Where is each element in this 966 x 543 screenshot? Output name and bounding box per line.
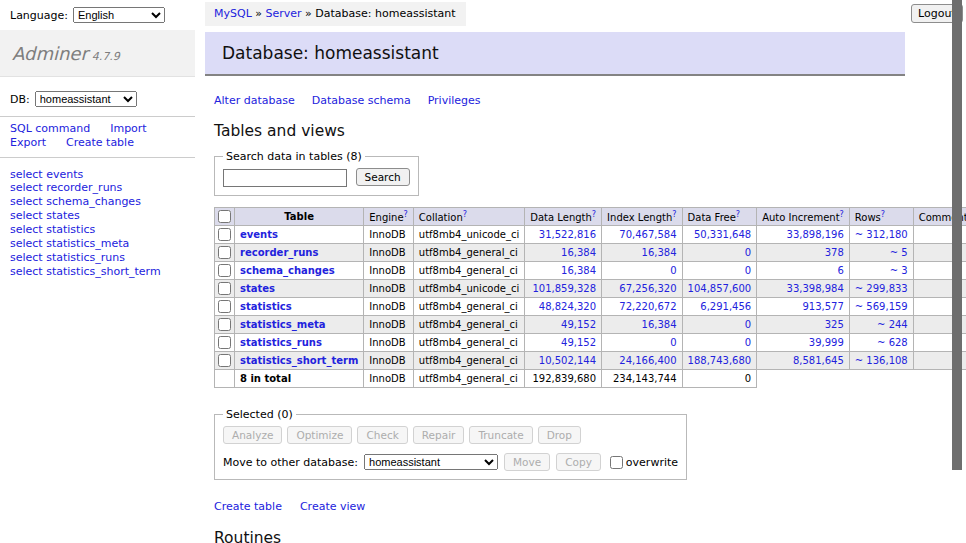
sidebar-link-create-table[interactable]: Create table bbox=[66, 136, 134, 149]
data-length-link[interactable]: 101,859,328 bbox=[532, 283, 596, 294]
data-length-link[interactable]: 49,152 bbox=[561, 337, 596, 348]
breadcrumb-server[interactable]: Server bbox=[266, 7, 302, 20]
table-link-recorder-runs[interactable]: recorder_runs bbox=[240, 247, 318, 258]
data-free-link[interactable]: 0 bbox=[745, 247, 751, 258]
sidebar-select-statistics-runs[interactable]: select statistics_runs bbox=[10, 252, 185, 265]
row-checkbox[interactable] bbox=[218, 336, 231, 349]
row-checkbox[interactable] bbox=[218, 282, 231, 295]
optimize-button[interactable]: Optimize bbox=[287, 426, 352, 444]
sidebar-select-schema-changes[interactable]: select schema_changes bbox=[10, 196, 185, 209]
auto-increment-link[interactable]: 39,999 bbox=[809, 337, 844, 348]
rows-estimate-link[interactable]: ~ 136,108 bbox=[855, 355, 908, 366]
search-input[interactable] bbox=[223, 169, 347, 187]
auto-increment-link[interactable]: 6 bbox=[837, 265, 843, 276]
index-length-link[interactable]: 72,220,672 bbox=[619, 301, 676, 312]
rows-estimate-link[interactable]: ~ 299,833 bbox=[855, 283, 908, 294]
language-select[interactable]: English bbox=[73, 7, 165, 23]
rows-estimate-link[interactable]: ~ 244 bbox=[877, 319, 908, 330]
table-link-schema-changes[interactable]: schema_changes bbox=[240, 265, 335, 276]
table-link-statistics[interactable]: statistics bbox=[240, 301, 292, 312]
link-privileges[interactable]: Privileges bbox=[428, 94, 481, 107]
sidebar-select-states[interactable]: select states bbox=[10, 210, 185, 223]
rows-estimate-link[interactable]: ~ 569,159 bbox=[855, 301, 908, 312]
drop-button[interactable]: Drop bbox=[538, 426, 581, 444]
index-length-link[interactable]: 0 bbox=[670, 337, 676, 348]
repair-button[interactable]: Repair bbox=[413, 426, 465, 444]
help-link[interactable]: ? bbox=[840, 210, 844, 219]
auto-increment-link[interactable]: 33,898,196 bbox=[787, 229, 844, 240]
auto-increment-link[interactable]: 913,577 bbox=[802, 301, 843, 312]
sidebar-link-export[interactable]: Export bbox=[10, 136, 46, 149]
data-free-link[interactable]: 104,857,600 bbox=[688, 283, 752, 294]
help-link[interactable]: ? bbox=[736, 210, 740, 219]
data-length-link[interactable]: 16,384 bbox=[561, 265, 596, 276]
data-free-link[interactable]: 6,291,456 bbox=[700, 301, 751, 312]
move-button[interactable]: Move bbox=[504, 453, 550, 471]
rows-estimate-link[interactable]: ~ 628 bbox=[877, 337, 908, 348]
copy-button[interactable]: Copy bbox=[556, 453, 601, 471]
sidebar-select-statistics[interactable]: select statistics bbox=[10, 224, 185, 237]
data-length-link[interactable]: 10,502,144 bbox=[539, 355, 596, 366]
analyze-button[interactable]: Analyze bbox=[223, 426, 282, 444]
rows-estimate-link[interactable]: ~ 5 bbox=[890, 247, 908, 258]
page-scrollbar-thumb[interactable] bbox=[952, 0, 962, 470]
data-length-cell: 10,502,144 bbox=[525, 352, 602, 370]
index-length-link[interactable]: 67,256,320 bbox=[619, 283, 676, 294]
truncate-button[interactable]: Truncate bbox=[469, 426, 532, 444]
help-link[interactable]: ? bbox=[592, 210, 596, 219]
row-checkbox[interactable] bbox=[218, 318, 231, 331]
auto-increment-link[interactable]: 33,398,984 bbox=[787, 283, 844, 294]
row-checkbox[interactable] bbox=[218, 246, 231, 259]
link-alter-database[interactable]: Alter database bbox=[214, 94, 295, 107]
row-checkbox[interactable] bbox=[218, 354, 231, 367]
help-link[interactable]: ? bbox=[404, 210, 408, 219]
help-link[interactable]: ? bbox=[463, 210, 467, 219]
index-length-link[interactable]: 0 bbox=[670, 265, 676, 276]
link-create-table[interactable]: Create table bbox=[214, 500, 282, 513]
table-link-statistics-runs[interactable]: statistics_runs bbox=[240, 337, 322, 348]
page-scrollbar-track[interactable] bbox=[952, 0, 962, 543]
index-length-link[interactable]: 16,384 bbox=[642, 247, 677, 258]
sidebar-select-statistics-short-term[interactable]: select statistics_short_term bbox=[10, 266, 185, 279]
data-length-link[interactable]: 16,384 bbox=[561, 247, 596, 258]
row-checkbox[interactable] bbox=[218, 228, 231, 241]
index-length-link[interactable]: 16,384 bbox=[642, 319, 677, 330]
table-link-statistics-meta[interactable]: statistics_meta bbox=[240, 319, 325, 330]
row-checkbox[interactable] bbox=[218, 264, 231, 277]
auto-increment-link[interactable]: 8,581,645 bbox=[793, 355, 844, 366]
data-length-link[interactable]: 49,152 bbox=[561, 319, 596, 330]
help-link[interactable]: ? bbox=[881, 210, 885, 219]
data-length-link[interactable]: 31,522,816 bbox=[539, 229, 596, 240]
link-create-view[interactable]: Create view bbox=[300, 500, 365, 513]
table-link-states[interactable]: states bbox=[240, 283, 275, 294]
auto-increment-link[interactable]: 378 bbox=[825, 247, 844, 258]
data-length-link[interactable]: 48,824,320 bbox=[539, 301, 596, 312]
table-link-events[interactable]: events bbox=[240, 229, 278, 240]
index-length-link[interactable]: 24,166,400 bbox=[619, 355, 676, 366]
check-button[interactable]: Check bbox=[357, 426, 407, 444]
db-select[interactable]: homeassistant bbox=[35, 91, 137, 107]
rows-estimate-link[interactable]: ~ 3 bbox=[890, 265, 908, 276]
auto-increment-link[interactable]: 325 bbox=[825, 319, 844, 330]
sidebar-select-statistics-meta[interactable]: select statistics_meta bbox=[10, 238, 185, 251]
rows-estimate-link[interactable]: ~ 312,180 bbox=[855, 229, 908, 240]
data-free-link[interactable]: 0 bbox=[745, 337, 751, 348]
data-free-link[interactable]: 0 bbox=[745, 265, 751, 276]
data-free-link[interactable]: 0 bbox=[745, 319, 751, 330]
select-all-checkbox[interactable] bbox=[218, 210, 231, 223]
overwrite-checkbox[interactable] bbox=[610, 456, 623, 469]
breadcrumb-mysql[interactable]: MySQL bbox=[214, 7, 252, 20]
row-checkbox[interactable] bbox=[218, 300, 231, 313]
move-db-select[interactable]: homeassistant bbox=[364, 454, 498, 470]
search-button[interactable]: Search bbox=[356, 168, 410, 186]
sidebar-select-events[interactable]: select events bbox=[10, 169, 185, 182]
index-length-link[interactable]: 70,467,584 bbox=[619, 229, 676, 240]
sidebar-link-import[interactable]: Import bbox=[110, 122, 147, 135]
sidebar-select-recorder-runs[interactable]: select recorder_runs bbox=[10, 182, 185, 195]
sidebar-link-sql-command[interactable]: SQL command bbox=[10, 122, 90, 135]
data-free-link[interactable]: 50,331,648 bbox=[694, 229, 751, 240]
help-link[interactable]: ? bbox=[672, 210, 676, 219]
table-link-statistics-short-term[interactable]: statistics_short_term bbox=[240, 355, 358, 366]
data-free-link[interactable]: 188,743,680 bbox=[688, 355, 752, 366]
link-database-schema[interactable]: Database schema bbox=[312, 94, 411, 107]
